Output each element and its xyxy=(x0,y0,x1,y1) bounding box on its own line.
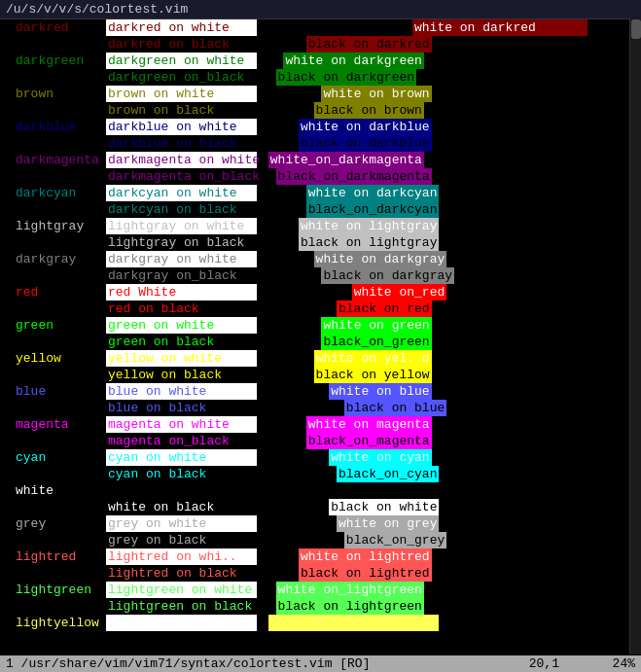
brown-on-black: brown on black xyxy=(106,102,257,119)
white-on-darkmagenta: white_on_darkmagenta xyxy=(268,152,424,168)
scrollbar-thumb[interactable] xyxy=(631,19,641,39)
line-33: lightred lightred on whi.. white on ligh… xyxy=(0,548,641,565)
grey-on-black: grey on black xyxy=(106,532,257,548)
label-grey: grey xyxy=(14,515,106,532)
line-34: lightred on black black on lightred xyxy=(0,565,641,582)
titlebar-text: /u/s/v/v/s/colortest.vim xyxy=(6,2,188,17)
white-on-cyan: white on cyan xyxy=(329,449,431,466)
black-on-darkgreen: black on darkgreen xyxy=(276,69,416,86)
darkred-on-white: darkred on white xyxy=(106,19,257,36)
white-on-lightred: white on lightred xyxy=(299,548,432,565)
line-2: darkred on black black on darkred xyxy=(0,36,641,53)
darkblue-on-white: darkblue on white xyxy=(106,119,257,135)
label-darkgray: darkgray xyxy=(14,251,106,267)
black-on-white: black on white xyxy=(329,499,439,515)
line-20: green on black black_on_green xyxy=(0,334,641,350)
lightred-on-white: lightred on whi.. xyxy=(106,548,257,565)
line-21: yellow yellow on white white on yel..d xyxy=(0,350,641,367)
line-11: darkcyan darkcyan on white white on dark… xyxy=(0,185,641,201)
label-magenta: magenta xyxy=(14,416,106,433)
label-cyan: cyan xyxy=(14,449,106,466)
black-on-yellow: black on yellow xyxy=(314,367,432,383)
white-on-blue: white on blue xyxy=(329,383,431,400)
line-4: darkgreen on_black black on darkgreen xyxy=(0,69,641,86)
darkcyan-on-white: darkcyan on white xyxy=(106,185,257,201)
black-on-grey: black_on_grey xyxy=(344,532,446,548)
label-brown: brown xyxy=(14,86,106,102)
line-35: lightgreen lightgreen on white white on_… xyxy=(0,582,641,598)
line-18: red on black black on red xyxy=(0,301,641,317)
white-on-darkgray: white on darkgray xyxy=(314,251,447,267)
label-darkgreen: darkgreen xyxy=(14,53,106,69)
line-31: grey grey on white white on grey xyxy=(0,515,641,532)
lightred-on-black: lightred on black xyxy=(106,565,257,582)
label-green: green xyxy=(14,317,106,334)
darkgray-on-black: darkgray on_black xyxy=(106,267,257,284)
line-23: blue blue on white white on blue xyxy=(0,383,641,400)
white-on-darkblue: white on darkblue xyxy=(299,119,432,135)
black-on-blue: black on blue xyxy=(344,400,446,416)
line-29: white xyxy=(0,482,641,499)
white-on-red: white on_red xyxy=(352,284,447,301)
blue-on-black: blue on black xyxy=(106,400,257,416)
white-on-darkgreen: white on darkgreen xyxy=(283,53,423,69)
white-on-magenta: white on magenta xyxy=(306,416,432,433)
white-on-lightgreen: white on_lightgreen xyxy=(276,582,424,598)
darkblue-on-black: darkblue on black xyxy=(106,135,257,152)
line-36: lightgreen on black black on lightgreen xyxy=(0,598,641,615)
black-on-darkgray: black on darkgray xyxy=(321,267,454,284)
line-19: green green on white white on green xyxy=(0,317,641,334)
line-8: darkblue on black black on darkblue xyxy=(0,135,641,152)
line-27: cyan cyan on white white on cyan xyxy=(0,449,641,466)
lightgreen-on-white: lightgreen on white xyxy=(106,582,257,598)
line-7: darkblue darkblue on white white on dark… xyxy=(0,119,641,135)
line-24: blue on black black on blue xyxy=(0,400,641,416)
label-lightyellow: lightyellow xyxy=(14,615,106,631)
black-on-lightred: black on lightred xyxy=(299,565,432,582)
statusbar: 1 /usr/share/vim/vim71/syntax/colortest.… xyxy=(0,655,641,672)
label-darkcyan: darkcyan xyxy=(14,185,106,201)
scrollbar[interactable] xyxy=(629,18,641,654)
lightyellow-on-white xyxy=(106,615,257,631)
editor: darkred darkred on white white on darkre… xyxy=(0,19,641,631)
black-on-darkmagenta: black_on_darkmagenta xyxy=(276,168,432,185)
line-15: darkgray darkgray on white white on dark… xyxy=(0,251,641,267)
line-10: darkmagenta on_black black_on_darkmagent… xyxy=(0,168,641,185)
statusbar-right: 20,1 24% xyxy=(529,656,635,671)
lightgreen-on-black: lightgreen on black xyxy=(106,598,257,615)
black-on-darkblue: black on darkblue xyxy=(299,135,432,152)
brown-on-white: brown on white xyxy=(106,86,257,102)
cyan-on-black: cyan on black xyxy=(106,466,257,482)
blue-on-white: blue on white xyxy=(106,383,257,400)
label-lightred: lightred xyxy=(14,548,106,565)
white-on-green: white on green xyxy=(321,317,431,334)
black-on-darkred: black on darkred xyxy=(306,36,432,53)
line-12: darkcyan on black black_on_darkcyan xyxy=(0,201,641,218)
white-on-black: white on black xyxy=(106,499,257,515)
white-on-lightyellow xyxy=(268,615,440,631)
line-14: lightgray on black black on lightgray xyxy=(0,234,641,251)
black-on-red: black on red xyxy=(337,301,432,317)
line-25: magenta magenta on white white on magent… xyxy=(0,416,641,433)
white-on-darkcyan: white on darkcyan xyxy=(306,185,440,201)
label-darkred: darkred xyxy=(14,19,106,36)
line-16: darkgray on_black black on darkgray xyxy=(0,267,641,284)
white-on-brown: white on brown xyxy=(321,86,431,102)
darkgray-on-white: darkgray on white xyxy=(106,251,257,267)
black-on-magenta: black_on_magenta xyxy=(306,433,432,449)
grey-on-white: grey on white xyxy=(106,515,257,532)
label-lightgray: lightgray xyxy=(14,218,106,234)
label-blue: blue xyxy=(14,383,106,400)
black-on-darkcyan: black_on_darkcyan xyxy=(306,201,440,218)
line-13: lightgray lightgray on white white on li… xyxy=(0,218,641,234)
line-9: darkmagenta darkmagenta on white white_o… xyxy=(0,152,641,168)
green-on-white: green on white xyxy=(106,317,257,334)
white-on-grey: white on grey xyxy=(337,515,439,532)
darkmagenta-on-black: darkmagenta on_black xyxy=(106,168,257,185)
line-6: brown on black black on brown xyxy=(0,102,641,119)
magenta-on-white: magenta on white xyxy=(106,416,257,433)
line-28: cyan on black black_on_cyan xyxy=(0,466,641,482)
black-on-brown: black on brown xyxy=(314,102,424,119)
line-22: yellow on black black on yellow xyxy=(0,367,641,383)
line-32: grey on black black_on_grey xyxy=(0,532,641,548)
